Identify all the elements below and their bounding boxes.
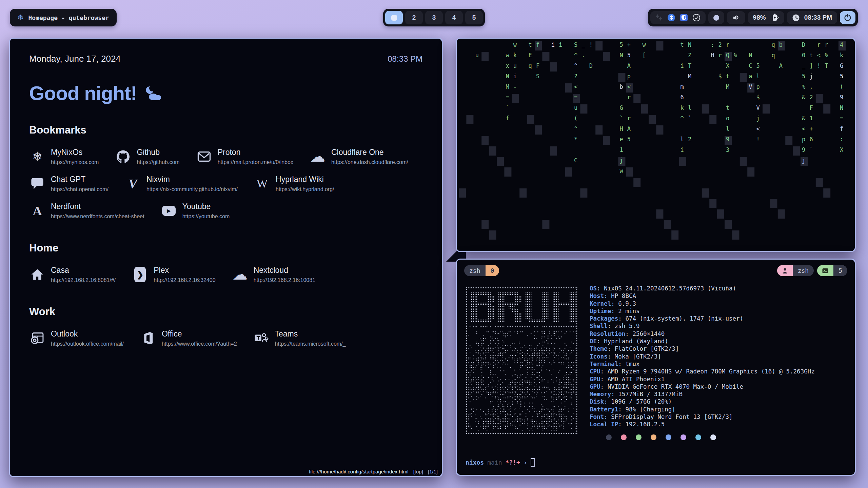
speaker-icon — [732, 14, 740, 22]
mail-icon — [197, 151, 211, 162]
qutebrowser-window: Monday, June 17, 2024 08:33 PM Good nigh… — [9, 38, 443, 477]
prompt-git-branch: main — [487, 459, 502, 466]
shell-prompt[interactable]: nixos main *?!+ › — [466, 458, 535, 467]
bookmark-youtube[interactable]: ▶Youtubehttps://youtube.com — [161, 202, 230, 220]
greeting: Good night! — [29, 82, 422, 104]
tmux-session-pill[interactable]: zsh 0 — [464, 265, 499, 276]
system-tray: 98% 08:33 PM — [648, 9, 858, 26]
section-bookmarks: Bookmarks❄MyNixOshttps://mynixos.comGith… — [29, 124, 422, 220]
svg-text:F: F — [536, 62, 539, 69]
svg-text:S: S — [536, 73, 539, 80]
svg-text:&: & — [802, 94, 806, 101]
bookmark-mynixos[interactable]: ❄MyNixOshttps://mynixos.com — [29, 148, 99, 165]
bookmark-outlook[interactable]: Outlookhttps://outlook.office.com/mail/ — [29, 329, 124, 347]
bluetooth-icon — [667, 14, 675, 22]
workspace-button-3[interactable]: 3 — [425, 11, 443, 24]
bookmark-url: https://mail.proton.me/u/0/inbox — [218, 159, 293, 165]
svg-text:t: t — [726, 104, 729, 111]
svg-text:i: i — [559, 41, 562, 48]
nixvim-v-icon: V — [129, 176, 137, 191]
bookmark-casa[interactable]: Casahttp://192.168.2.16:8081/#/ — [29, 266, 116, 283]
tray-idle-inhibitor[interactable] — [708, 11, 724, 24]
palette-dot — [680, 434, 686, 440]
svg-text:6: 6 — [809, 136, 813, 143]
bookmark-cloudflare-one[interactable]: ☁Cloudflare Onehttps://one.dash.cloudfla… — [310, 148, 408, 165]
svg-text:!: ! — [817, 62, 821, 69]
workspace-button-5[interactable]: 5 — [465, 11, 483, 24]
window-title: Homepage - qutebrowser — [28, 14, 109, 21]
palette-dot — [695, 434, 701, 440]
bookmark-name: Cloudflare One — [331, 148, 408, 157]
svg-text:*: * — [574, 136, 577, 143]
plex-icon: ❯ — [134, 267, 146, 282]
cmatrix-terminal-window[interactable]: uwxNM=`fwkui-tEqfFSiiS^^?<=u(^*C_.!D5NbG… — [456, 38, 856, 252]
bookmark-hyprland-wiki[interactable]: WHyprland Wikihttps://wiki.hyprland.org/ — [254, 175, 334, 192]
svg-text:q: q — [771, 52, 775, 59]
svg-text:^: ^ — [574, 62, 577, 69]
svg-text:V: V — [749, 83, 752, 90]
bookmark-sections: Bookmarks❄MyNixOshttps://mynixos.comGith… — [29, 124, 422, 347]
tmux-user-pill[interactable]: zsh — [777, 265, 814, 276]
bookmark-plex[interactable]: ❯Plexhttp://192.168.2.16:32400 — [132, 266, 215, 283]
svg-text:b: b — [779, 41, 783, 48]
bookmark-chat-gpt[interactable]: Chat GPThttps://chat.openai.com/ — [29, 175, 108, 192]
prompt-host: nixos — [466, 459, 484, 466]
svg-text:l: l — [756, 73, 760, 80]
bookmark-github[interactable]: Githubhttps://github.com — [115, 148, 179, 165]
svg-text:r: r — [627, 94, 631, 101]
fastfetch-line: Kernel: 6.9.3 — [590, 300, 848, 307]
svg-text:k: k — [840, 52, 843, 59]
section-title: Bookmarks — [29, 124, 422, 136]
svg-text:4: 4 — [840, 41, 843, 48]
svg-text:`: ` — [688, 115, 691, 122]
active-window-title-pill[interactable]: ❄ Homepage - qutebrowser — [10, 9, 117, 26]
svg-text:k: k — [680, 104, 684, 111]
bookmark-name: Github — [137, 148, 179, 157]
matrix-rain: uwxNM=`fwkui-tEqfFSiiS^^?<=u(^*C_.!D5NbG… — [457, 39, 853, 250]
fetch-terminal-window[interactable]: zsh 0 zsh — [456, 259, 856, 476]
wiki-w-icon: W — [257, 177, 268, 190]
bookmark-url: https://www.nerdfonts.com/cheat-sheet — [51, 214, 144, 220]
tray-clock[interactable]: 08:33 PM — [787, 11, 837, 24]
prompt-arrow: › — [524, 459, 527, 466]
fastfetch-line: GPU: NVIDIA GeForce RTX 4070 Max-Q / Mob… — [590, 383, 848, 390]
bookmark-name: Teams — [275, 329, 346, 339]
bookmark-nextcloud[interactable]: ☁Nextcloudhttp://192.168.2.16:10081 — [232, 266, 315, 283]
workspace-button-4[interactable]: 4 — [445, 11, 463, 24]
bookmark-nixvim[interactable]: VNixvimhttps://nix-community.github.io/n… — [125, 175, 238, 192]
svg-text:w: w — [513, 41, 517, 48]
bookmark-office[interactable]: Officehttps://www.office.com/?auth=2 — [140, 329, 237, 347]
tmux-window-count-pill[interactable]: 5 — [817, 265, 847, 276]
svg-text:f: f — [840, 125, 843, 132]
tray-status-segment[interactable] — [650, 11, 706, 24]
svg-text:=: = — [506, 94, 509, 101]
svg-text:9: 9 — [840, 94, 843, 101]
fastfetch-line: Uptime: 2 mins — [590, 307, 848, 315]
tray-battery[interactable]: 98% — [748, 11, 784, 24]
tray-volume[interactable] — [727, 11, 745, 24]
bookmark-name: Nextcloud — [254, 266, 315, 275]
svg-text::: : — [840, 136, 843, 143]
svg-text:5: 5 — [627, 136, 631, 143]
svg-text:.: . — [581, 52, 585, 59]
power-button[interactable] — [840, 11, 855, 24]
workspace-label: 5 — [472, 14, 476, 21]
svg-text:r: r — [627, 115, 631, 122]
bookmark-nerdfont[interactable]: ANerdfonthttps://www.nerdfonts.com/cheat… — [29, 202, 144, 220]
workspace-button-2[interactable]: 2 — [405, 11, 423, 24]
svg-text:i: i — [680, 62, 684, 69]
battery-charging-icon — [770, 14, 779, 22]
bookmark-url: https://github.com — [137, 159, 179, 165]
palette-dot — [636, 434, 642, 440]
bookmark-proton[interactable]: Protonhttps://mail.proton.me/u/0/inbox — [196, 148, 293, 165]
svg-text:5: 5 — [756, 62, 760, 69]
bookmark-teams[interactable]: Teamshttps://teams.microsoft.com/_ — [253, 329, 346, 347]
svg-text:+: + — [627, 41, 631, 48]
svg-text:j: j — [809, 73, 813, 80]
workspace-button-1[interactable] — [385, 11, 403, 24]
teams-icon — [254, 332, 269, 345]
bookmark-url: https://outlook.office.com/mail/ — [51, 341, 124, 347]
terminal-color-palette — [606, 434, 848, 440]
svg-text:0: 0 — [802, 52, 805, 59]
svg-text:`: ` — [619, 115, 623, 122]
